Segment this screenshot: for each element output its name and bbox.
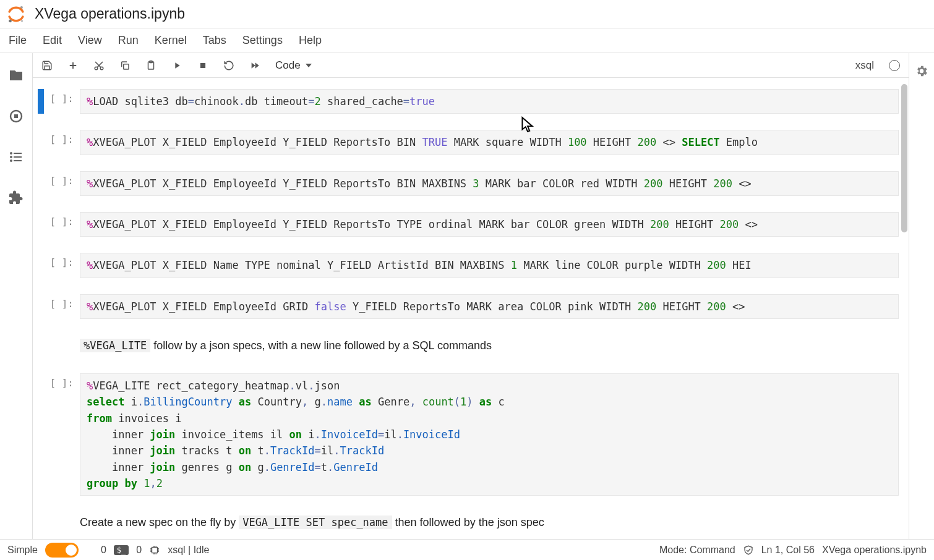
svg-rect-6 xyxy=(14,153,22,154)
app: XVega operations.ipynb File Edit View Ru… xyxy=(0,0,934,560)
cell-prompt: [ ]: xyxy=(44,253,80,278)
code-cell[interactable]: [ ]: %XVEGA_PLOT X_FIELD EmployeeId Y_FI… xyxy=(33,169,909,198)
svg-rect-8 xyxy=(14,156,22,158)
markdown-content: %VEGA_LITE follow by a json specs, with … xyxy=(80,335,899,357)
cell-input[interactable]: %XVEGA_PLOT X_FIELD EmployeeId Y_FIELD R… xyxy=(80,130,899,155)
code-cell[interactable]: [ ]: %XVEGA_PLOT X_FIELD EmployeeId GRID… xyxy=(33,292,909,321)
sidebar-right xyxy=(909,53,934,539)
status-count-1: 0 xyxy=(101,545,106,556)
inline-code: %VEGA_LITE xyxy=(80,339,150,352)
svg-rect-17 xyxy=(152,547,158,553)
restart-icon[interactable] xyxy=(223,60,234,71)
jupyter-logo xyxy=(6,4,26,24)
running-icon[interactable] xyxy=(9,109,24,124)
menu-file[interactable]: File xyxy=(9,34,27,47)
svg-point-5 xyxy=(10,152,12,155)
save-icon[interactable] xyxy=(41,60,53,71)
inline-code: VEGA_LITE SET spec_name xyxy=(239,515,392,529)
cell-input[interactable]: %XVEGA_PLOT X_FIELD EmployeeId Y_FIELD R… xyxy=(80,212,899,237)
notebook-toolbar: Code xsql xyxy=(33,53,909,78)
kernel-chip-icon[interactable] xyxy=(149,545,160,556)
cell-prompt: [ ]: xyxy=(44,130,80,155)
menubar: File Edit View Run Kernel Tabs Settings … xyxy=(0,28,934,53)
copy-icon[interactable] xyxy=(119,60,131,71)
cell-input[interactable]: %XVEGA_PLOT X_FIELD EmployeeId Y_FIELD R… xyxy=(80,171,899,196)
markdown-content: Create a new spec on the fly by VEGA_LIT… xyxy=(80,512,899,534)
cell-input[interactable]: %VEGA_LITE rect_category_heatmap.vl.json… xyxy=(80,373,899,496)
svg-point-2 xyxy=(21,20,23,22)
status-mode: Mode: Command xyxy=(659,545,735,556)
code-cell[interactable]: [ ]: %LOAD sqlite3 db=chinook.db timeout… xyxy=(33,87,909,116)
stop-icon[interactable] xyxy=(197,60,208,71)
svg-point-7 xyxy=(10,156,12,158)
cell-prompt: [ ]: xyxy=(44,294,80,319)
scrollbar[interactable] xyxy=(901,84,907,527)
body: Code xsql [ ]: %LOAD sqlite3 db=chinook.… xyxy=(0,53,934,539)
svg-point-9 xyxy=(10,159,12,162)
notebook-title: XVega operations.ipynb xyxy=(35,6,185,22)
svg-rect-10 xyxy=(14,160,22,161)
svg-rect-16 xyxy=(200,62,205,67)
fast-forward-icon[interactable] xyxy=(249,60,260,71)
cell-prompt: [ ]: xyxy=(44,373,80,496)
kernel-name[interactable]: xsql xyxy=(855,59,874,72)
terminal-chip-icon[interactable]: $_ xyxy=(114,545,129,555)
cell-prompt: [ ]: xyxy=(44,89,80,114)
cell-input[interactable]: %XVEGA_PLOT X_FIELD EmployeeId GRID fals… xyxy=(80,294,899,319)
svg-point-12 xyxy=(100,67,103,70)
code-cell[interactable]: [ ]: %VEGA_LITE rect_category_heatmap.vl… xyxy=(33,371,909,498)
cell-prompt: [ ]: xyxy=(44,171,80,196)
main: Code xsql [ ]: %LOAD sqlite3 db=chinook.… xyxy=(32,53,909,539)
code-cell[interactable]: [ ]: %XVEGA_PLOT X_FIELD EmployeeId Y_FI… xyxy=(33,210,909,239)
menu-tabs[interactable]: Tabs xyxy=(203,34,226,47)
shield-icon[interactable] xyxy=(743,545,754,556)
svg-rect-4 xyxy=(14,114,18,118)
status-count-2: 0 xyxy=(136,545,142,556)
markdown-cell[interactable]: . %VEGA_LITE follow by a json specs, wit… xyxy=(33,333,909,360)
cell-prompt: [ ]: xyxy=(44,212,80,237)
extensions-icon[interactable] xyxy=(9,190,24,205)
status-ln-col[interactable]: Ln 1, Col 56 xyxy=(761,545,815,556)
menu-help[interactable]: Help xyxy=(299,34,322,47)
add-cell-icon[interactable] xyxy=(67,60,79,71)
statusbar: Simple 0 $_ 0 xsql | Idle Mode: Command … xyxy=(0,539,934,560)
notebook-area: [ ]: %LOAD sqlite3 db=chinook.db timeout… xyxy=(33,78,909,539)
run-icon[interactable] xyxy=(171,60,182,71)
code-cell[interactable]: [ ]: %XVEGA_PLOT X_FIELD Name TYPE nomin… xyxy=(33,250,909,280)
status-simple-label: Simple xyxy=(7,545,38,556)
menu-settings[interactable]: Settings xyxy=(242,34,283,47)
cut-icon[interactable] xyxy=(93,60,105,71)
svg-point-1 xyxy=(9,19,12,22)
svg-point-11 xyxy=(95,67,98,70)
status-kernel[interactable]: xsql | Idle xyxy=(168,545,209,556)
code-cell[interactable]: [ ]: %XVEGA_PLOT X_FIELD EmployeeId Y_FI… xyxy=(33,127,909,157)
sidebar-left xyxy=(0,53,32,539)
cell-input[interactable]: %XVEGA_PLOT X_FIELD Name TYPE nominal Y_… xyxy=(80,253,899,278)
menu-edit[interactable]: Edit xyxy=(43,34,62,47)
svg-rect-13 xyxy=(124,64,129,69)
cell-input[interactable]: %LOAD sqlite3 db=chinook.db timeout=2 sh… xyxy=(80,89,899,114)
menu-kernel[interactable]: Kernel xyxy=(155,34,187,47)
folder-icon[interactable] xyxy=(9,68,24,83)
markdown-cell[interactable]: . Create a new spec on the fly by VEGA_L… xyxy=(33,509,909,537)
status-filename: XVega operations.ipynb xyxy=(822,545,927,556)
gear-icon[interactable] xyxy=(915,64,928,78)
toc-icon[interactable] xyxy=(9,150,24,164)
simple-toggle[interactable] xyxy=(45,543,79,558)
menu-view[interactable]: View xyxy=(78,34,102,47)
paste-icon[interactable] xyxy=(145,60,156,71)
titlebar: XVega operations.ipynb xyxy=(0,0,934,28)
celltype-select[interactable]: Code xyxy=(275,59,313,71)
kernel-status-icon[interactable] xyxy=(889,60,900,71)
menu-run[interactable]: Run xyxy=(118,34,139,47)
